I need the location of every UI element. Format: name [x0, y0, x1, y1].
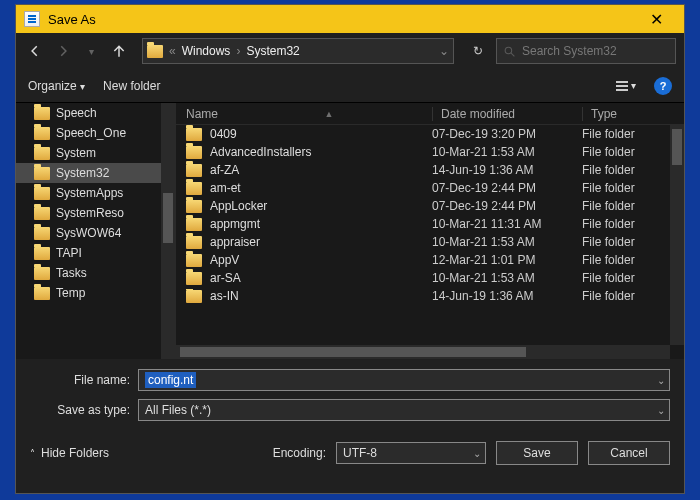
close-button[interactable]: ✕: [636, 10, 676, 29]
breadcrumb-seg-system32[interactable]: System32: [246, 44, 299, 58]
file-date: 12-Mar-21 1:01 PM: [432, 253, 582, 267]
chevron-down-icon[interactable]: ⌄: [439, 44, 449, 58]
list-hscrollbar[interactable]: [176, 345, 670, 359]
col-date[interactable]: Date modified: [432, 107, 582, 121]
hide-folders-toggle[interactable]: ˄ Hide Folders: [30, 446, 109, 460]
folder-icon: [186, 146, 202, 159]
file-type: File folder: [582, 163, 684, 177]
list-vscrollbar[interactable]: [670, 125, 684, 345]
folder-icon: [186, 182, 202, 195]
tree-item-label: TAPI: [56, 246, 82, 260]
save-button[interactable]: Save: [496, 441, 578, 465]
file-row[interactable]: appraiser10-Mar-21 1:53 AMFile folder: [176, 233, 684, 251]
file-type: File folder: [582, 145, 684, 159]
search-input[interactable]: Search System32: [496, 38, 676, 64]
file-type: File folder: [582, 217, 684, 231]
file-row[interactable]: AdvancedInstallers10-Mar-21 1:53 AMFile …: [176, 143, 684, 161]
tree-item-speech_one[interactable]: Speech_One: [16, 123, 175, 143]
file-row[interactable]: am-et07-Dec-19 2:44 PMFile folder: [176, 179, 684, 197]
cancel-button[interactable]: Cancel: [588, 441, 670, 465]
col-type[interactable]: Type: [582, 107, 684, 121]
file-date: 07-Dec-19 3:20 PM: [432, 127, 582, 141]
file-type: File folder: [582, 127, 684, 141]
form-area: File name: config.nt ⌄ Save as type: All…: [16, 359, 684, 435]
file-row[interactable]: af-ZA14-Jun-19 1:36 AMFile folder: [176, 161, 684, 179]
file-name: ar-SA: [210, 271, 241, 285]
folder-icon: [186, 200, 202, 213]
tree-item-tapi[interactable]: TAPI: [16, 243, 175, 263]
file-date: 10-Mar-21 11:31 AM: [432, 217, 582, 231]
tree-item-tasks[interactable]: Tasks: [16, 263, 175, 283]
footer: ˄ Hide Folders Encoding: UTF-8 ⌄ Save Ca…: [16, 435, 684, 477]
file-row[interactable]: appmgmt10-Mar-21 11:31 AMFile folder: [176, 215, 684, 233]
file-row[interactable]: AppV12-Mar-21 1:01 PMFile folder: [176, 251, 684, 269]
folder-icon: [186, 164, 202, 177]
file-name: af-ZA: [210, 163, 239, 177]
file-name: AppLocker: [210, 199, 267, 213]
file-type: File folder: [582, 271, 684, 285]
tree-item-temp[interactable]: Temp: [16, 283, 175, 303]
folder-icon: [34, 267, 50, 280]
organize-menu[interactable]: Organize ▾: [28, 79, 85, 93]
file-name: appmgmt: [210, 217, 260, 231]
folder-tree[interactable]: SpeechSpeech_OneSystemSystem32SystemApps…: [16, 103, 176, 359]
chevron-down-icon[interactable]: ⌄: [473, 448, 481, 459]
file-date: 14-Jun-19 1:36 AM: [432, 289, 582, 303]
search-icon: [503, 45, 516, 58]
chevron-down-icon[interactable]: ⌄: [657, 375, 665, 386]
help-button[interactable]: ?: [654, 77, 672, 95]
filename-input[interactable]: config.nt ⌄: [138, 369, 670, 391]
refresh-button[interactable]: ↻: [466, 44, 490, 58]
tree-item-label: Speech_One: [56, 126, 126, 140]
tree-item-label: Temp: [56, 286, 85, 300]
column-headers: Name▲ Date modified Type: [176, 103, 684, 125]
notepad-icon: [24, 11, 40, 27]
folder-icon: [34, 247, 50, 260]
tree-item-speech[interactable]: Speech: [16, 103, 175, 123]
tree-item-label: SystemReso: [56, 206, 124, 220]
saveastype-select[interactable]: All Files (*.*) ⌄: [138, 399, 670, 421]
tree-item-label: SysWOW64: [56, 226, 121, 240]
tree-item-system32[interactable]: System32: [16, 163, 175, 183]
tree-item-systemreso[interactable]: SystemReso: [16, 203, 175, 223]
tree-scrollbar[interactable]: [161, 103, 175, 359]
recent-dropdown[interactable]: ▾: [80, 40, 102, 62]
tree-item-system[interactable]: System: [16, 143, 175, 163]
new-folder-button[interactable]: New folder: [103, 79, 160, 93]
chevron-right-icon: ›: [236, 44, 240, 58]
encoding-select[interactable]: UTF-8 ⌄: [336, 442, 486, 464]
back-button[interactable]: [24, 40, 46, 62]
col-name[interactable]: Name▲: [186, 107, 432, 121]
file-type: File folder: [582, 199, 684, 213]
titlebar[interactable]: Save As ✕: [16, 5, 684, 33]
nav-row: ▾ « Windows › System32 ⌄ ↻ Search System…: [16, 33, 684, 69]
tree-item-systemapps[interactable]: SystemApps: [16, 183, 175, 203]
file-row[interactable]: as-IN14-Jun-19 1:36 AMFile folder: [176, 287, 684, 305]
folder-icon: [186, 236, 202, 249]
up-button[interactable]: [108, 40, 130, 62]
file-type: File folder: [582, 289, 684, 303]
file-date: 10-Mar-21 1:53 AM: [432, 271, 582, 285]
tree-item-syswow64[interactable]: SysWOW64: [16, 223, 175, 243]
folder-icon: [186, 218, 202, 231]
folder-icon: [34, 127, 50, 140]
folder-icon: [186, 290, 202, 303]
view-options-button[interactable]: ▾: [616, 80, 636, 91]
address-bar[interactable]: « Windows › System32 ⌄: [142, 38, 454, 64]
tree-item-label: Tasks: [56, 266, 87, 280]
folder-icon: [34, 187, 50, 200]
file-row[interactable]: AppLocker07-Dec-19 2:44 PMFile folder: [176, 197, 684, 215]
file-date: 10-Mar-21 1:53 AM: [432, 145, 582, 159]
file-row[interactable]: 040907-Dec-19 3:20 PMFile folder: [176, 125, 684, 143]
tree-item-label: Speech: [56, 106, 97, 120]
file-row[interactable]: ar-SA10-Mar-21 1:53 AMFile folder: [176, 269, 684, 287]
file-type: File folder: [582, 253, 684, 267]
chevron-up-icon: ˄: [30, 448, 35, 459]
breadcrumb-seg-windows[interactable]: Windows: [182, 44, 231, 58]
chevron-down-icon[interactable]: ⌄: [657, 405, 665, 416]
saveastype-value: All Files (*.*): [145, 403, 211, 417]
folder-icon: [34, 167, 50, 180]
forward-button[interactable]: [52, 40, 74, 62]
encoding-label: Encoding:: [273, 446, 326, 460]
toolbar: Organize ▾ New folder ▾ ?: [16, 69, 684, 103]
